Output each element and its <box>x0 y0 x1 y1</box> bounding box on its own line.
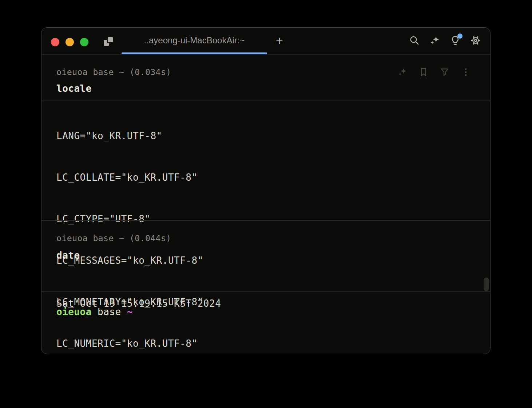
block-context: oieuoa base ~ <box>56 234 124 243</box>
block-actions <box>397 67 471 77</box>
tab-terminal[interactable]: ..ayeong-ui-MacBookAir:~ <box>122 28 267 53</box>
output-line: LANG="ko_KR.UTF-8" <box>56 129 203 143</box>
divider <box>41 291 490 292</box>
block-duration: (0.034s) <box>130 67 171 77</box>
command-text: locale <box>56 82 92 95</box>
filter-icon[interactable] <box>440 67 450 77</box>
new-tab-label: + <box>276 34 283 48</box>
panes-icon-front <box>107 36 114 43</box>
search-icon[interactable] <box>409 35 420 46</box>
block-header: oieuoa base ~ (0.044s) <box>56 233 171 244</box>
minimize-button[interactable] <box>65 38 74 46</box>
titlebar-actions <box>409 28 481 53</box>
block-header: oieuoa base ~ (0.034s) <box>56 67 171 78</box>
terminal-window: ..ayeong-ui-MacBookAir:~ + <box>41 27 491 354</box>
ai-sparkles-icon[interactable] <box>397 67 408 77</box>
titlebar: ..ayeong-ui-MacBookAir:~ + <box>41 28 490 55</box>
command-output: Sat Oct 19 15:19:15 KST 2024 <box>56 269 221 338</box>
prompt-input[interactable]: oieuoa base ~ <box>56 306 133 318</box>
active-tab-indicator <box>122 52 267 54</box>
kebab-menu-icon[interactable] <box>461 67 471 77</box>
new-tab-button[interactable]: + <box>271 28 287 53</box>
output-line: LC_NUMERIC="ko_KR.UTF-8" <box>56 337 203 350</box>
close-button[interactable] <box>51 38 59 46</box>
zoom-button[interactable] <box>80 38 88 46</box>
block-context: oieuoa base ~ <box>56 67 124 77</box>
sparkles-icon[interactable] <box>429 35 440 46</box>
prompt-env: base <box>92 306 127 317</box>
block-duration: (0.044s) <box>130 234 171 243</box>
divider <box>41 220 490 221</box>
scrollbar-thumb[interactable] <box>484 278 489 291</box>
output-line: LC_CTYPE="UTF-8" <box>56 212 203 226</box>
panes-icon[interactable] <box>104 36 114 46</box>
tab-title: ..ayeong-ui-MacBookAir:~ <box>144 35 245 46</box>
bookmark-icon[interactable] <box>418 67 429 77</box>
lightbulb-icon[interactable] <box>450 35 461 46</box>
command-text: date <box>56 249 80 262</box>
gear-icon[interactable] <box>470 35 481 46</box>
notification-dot <box>457 34 462 39</box>
prompt-user: oieuoa <box>56 306 92 317</box>
prompt-path: ~ <box>127 306 133 317</box>
output-line: LC_COLLATE="ko_KR.UTF-8" <box>56 170 203 184</box>
